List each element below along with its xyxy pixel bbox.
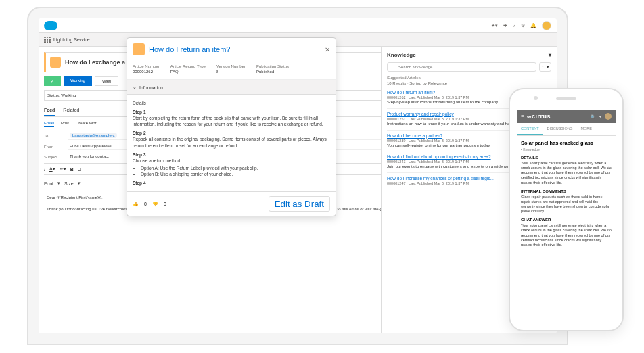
thumbs-down-icon[interactable]: 👎 <box>152 202 158 207</box>
add-icon[interactable]: + <box>599 114 601 118</box>
bell-icon[interactable]: 🔔 <box>530 23 536 28</box>
font-select[interactable]: Font <box>44 181 53 186</box>
size-select[interactable]: Size <box>64 181 74 186</box>
article-icon <box>133 43 145 55</box>
app-screen: ★▾ ✚ ? ⚙ 🔔 Lightning Service ... How do … <box>39 18 557 333</box>
stage-waiting[interactable]: Waiti <box>95 76 118 86</box>
star-icon[interactable]: ★▾ <box>491 23 498 28</box>
article-title: Solar panel has cracked glass <box>521 140 612 146</box>
tab-more[interactable]: MORE <box>577 123 597 135</box>
stage-working[interactable]: Working <box>64 76 92 86</box>
close-icon[interactable]: ✕ <box>325 46 330 53</box>
search-knowledge-input[interactable] <box>387 62 536 72</box>
modal-title: How do I return an item? <box>149 45 230 53</box>
cirrus-logo: ∞cirrus <box>527 113 551 120</box>
app-name: Lightning Service ... <box>53 37 95 42</box>
search-icon[interactable]: 🔍 <box>591 114 595 119</box>
gear-icon[interactable]: ⚙ <box>521 23 525 28</box>
from-label: From <box>44 145 64 149</box>
help-icon[interactable]: ? <box>513 23 515 28</box>
details-heading: DETAILS <box>521 156 612 160</box>
phone-tabs: CONTENT DISCUSSIONS MORE <box>517 123 616 136</box>
tab-feed[interactable]: Feed <box>44 105 55 116</box>
thumbs-up-icon[interactable]: 👍 <box>133 202 139 207</box>
laptop-frame: ★▾ ✚ ? ⚙ 🔔 Lightning Service ... How do … <box>27 7 568 345</box>
phone-header: ☰ ∞cirrus 🔍 + <box>517 110 616 123</box>
tab-content[interactable]: CONTENT <box>517 123 543 135</box>
breadcrumb: • Knowledge <box>521 147 612 151</box>
bold-icon[interactable]: B <box>70 167 74 172</box>
chat-text: Your solar panel can still generate elec… <box>521 223 612 248</box>
phone-screen: ☰ ∞cirrus 🔍 + CONTENT DISCUSSIONS MORE S… <box>517 110 616 316</box>
sort-button[interactable]: ↑↓▾ <box>539 62 551 72</box>
case-title: How do I exchange a <box>65 59 125 66</box>
details-text: Your solar panel can still generate elec… <box>521 161 612 185</box>
chat-heading: CHAT ANSWER <box>521 218 612 222</box>
results-count: 10 Results · Sorted by Relevance <box>387 81 551 85</box>
global-header: ★▾ ✚ ? ⚙ 🔔 <box>39 18 557 33</box>
italic-icon[interactable]: I <box>44 167 45 172</box>
edit-draft-button[interactable]: Edit as Draft <box>269 196 330 212</box>
app-launcher-icon[interactable] <box>44 37 51 43</box>
user-avatar[interactable] <box>605 113 612 120</box>
salesforce-logo-icon <box>44 21 58 30</box>
stage-done[interactable]: ✓ <box>44 76 61 86</box>
internal-heading: INTERNAL COMMENTS <box>521 189 612 193</box>
information-section[interactable]: ⌄Information <box>127 80 336 95</box>
subject-label: Subject <box>44 155 64 159</box>
subtab-email[interactable]: Email <box>44 121 54 127</box>
user-avatar[interactable] <box>542 21 551 30</box>
chevron-down-icon: ⌄ <box>133 85 137 90</box>
article-modal: How do I return an item? ✕ Article Numbe… <box>127 37 336 216</box>
internal-text: Glass repair products such as those sold… <box>521 195 612 214</box>
collapse-icon[interactable]: ▾ <box>549 52 551 58</box>
knowledge-header: Knowledge <box>387 52 416 58</box>
tab-related[interactable]: Related <box>63 105 79 116</box>
to-label: To <box>44 134 64 138</box>
add-icon[interactable]: ✚ <box>503 23 507 28</box>
subtab-post[interactable]: Post <box>61 121 69 127</box>
subtab-create[interactable]: Create Wor <box>76 121 97 127</box>
menu-icon[interactable]: ☰ <box>521 114 524 119</box>
suggested-label: Suggested Articles <box>387 76 551 80</box>
article-icon <box>50 57 61 68</box>
tab-discussions[interactable]: DISCUSSIONS <box>543 123 577 135</box>
highlight-icon[interactable]: ✏▾ <box>60 166 66 172</box>
font-color-icon[interactable]: A▾ <box>49 166 55 172</box>
phone-frame: ☰ ∞cirrus 🔍 + CONTENT DISCUSSIONS MORE S… <box>509 88 624 331</box>
article-body: Details Step 1Start by completing the re… <box>127 95 336 191</box>
underline-icon[interactable]: U <box>78 167 81 172</box>
